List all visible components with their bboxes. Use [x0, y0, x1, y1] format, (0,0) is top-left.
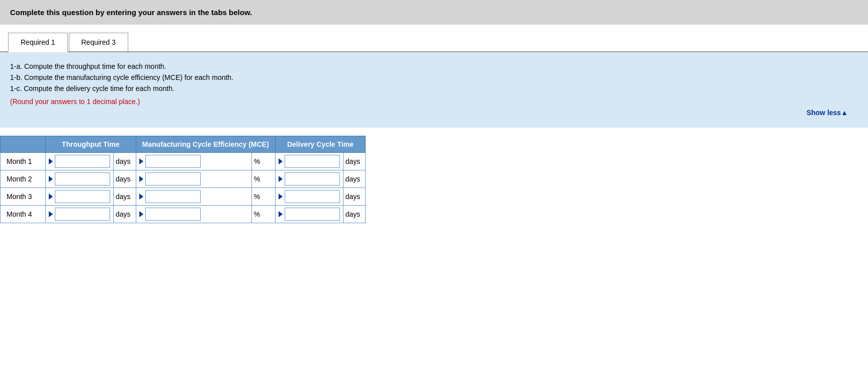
row-0-delivery-arrow-icon — [279, 158, 283, 164]
row-0-mce-input[interactable] — [145, 155, 201, 168]
row-2-throughput-input-cell — [46, 188, 114, 206]
row-2-delivery-input-cell — [275, 188, 343, 206]
row-2-mce-input-cell — [136, 188, 251, 206]
row-3-throughput-arrow-icon — [49, 211, 53, 217]
show-less-container: Show less▲ — [10, 109, 858, 121]
header-banner: Complete this question by entering your … — [0, 0, 868, 25]
row-2-delivery-unit: days — [343, 188, 366, 206]
row-3-delivery-input[interactable] — [285, 208, 340, 221]
header-instruction: Complete this question by entering your … — [10, 8, 252, 17]
row-0-delivery-input[interactable] — [285, 155, 340, 168]
row-1-mce-arrow-icon — [139, 176, 143, 182]
row-2-mce-arrow-icon — [139, 194, 143, 200]
table-row: Month 2days%days — [1, 170, 366, 188]
table-row: Month 3days%days — [1, 188, 366, 206]
row-1-delivery-arrow-icon — [279, 176, 283, 182]
row-3-mce-input-cell — [136, 206, 251, 223]
row-0-throughput-input-cell — [46, 153, 114, 170]
row-0-month-label: Month 1 — [1, 153, 46, 170]
round-note: (Round your answers to 1 decimal place.) — [10, 98, 858, 106]
instruction-line-1: 1-a. Compute the throughput time for eac… — [10, 62, 858, 70]
row-2-mce-unit: % — [251, 188, 275, 206]
row-3-mce-input[interactable] — [145, 208, 201, 221]
row-2-mce-input[interactable] — [145, 190, 201, 203]
row-0-throughput-input[interactable] — [55, 155, 110, 168]
row-3-delivery-input-cell — [275, 206, 343, 223]
row-0-delivery-input-cell — [275, 153, 343, 170]
row-2-delivery-arrow-icon — [279, 194, 283, 200]
row-1-delivery-input-cell — [275, 170, 343, 188]
row-3-delivery-arrow-icon — [279, 211, 283, 217]
tab-required1[interactable]: Required 1 — [8, 33, 68, 52]
row-2-throughput-arrow-icon — [49, 194, 53, 200]
table-header-row: Throughput Time Manufacturing Cycle Effi… — [1, 136, 366, 153]
row-3-throughput-input[interactable] — [55, 208, 110, 221]
tabs-container: Required 1 Required 3 — [0, 25, 868, 52]
row-1-throughput-input-cell — [46, 170, 114, 188]
row-3-mce-arrow-icon — [139, 211, 143, 217]
answers-table: Throughput Time Manufacturing Cycle Effi… — [0, 136, 366, 223]
instruction-line-3: 1-c. Compute the delivery cycle time for… — [10, 84, 858, 92]
row-2-delivery-input[interactable] — [285, 190, 340, 203]
instruction-line-2: 1-b. Compute the manufacturing cycle eff… — [10, 73, 858, 81]
row-0-mce-arrow-icon — [139, 158, 143, 164]
row-1-mce-input-cell — [136, 170, 251, 188]
col-header-delivery: Delivery Cycle Time — [275, 136, 366, 153]
col-header-throughput: Throughput Time — [46, 136, 136, 153]
row-1-delivery-input[interactable] — [285, 172, 340, 185]
row-3-mce-unit: % — [251, 206, 275, 223]
row-1-delivery-unit: days — [343, 170, 366, 188]
row-2-throughput-input[interactable] — [55, 190, 110, 203]
table-row: Month 1days%days — [1, 153, 366, 170]
row-2-throughput-unit: days — [114, 188, 136, 206]
table-section: Throughput Time Manufacturing Cycle Effi… — [0, 128, 868, 223]
col-header-month — [1, 136, 46, 153]
row-1-throughput-unit: days — [114, 170, 136, 188]
row-3-delivery-unit: days — [343, 206, 366, 223]
row-0-throughput-arrow-icon — [49, 158, 53, 164]
row-1-mce-input[interactable] — [145, 172, 201, 185]
row-1-throughput-input[interactable] — [55, 172, 110, 185]
table-row: Month 4days%days — [1, 206, 366, 223]
row-0-mce-unit: % — [251, 153, 275, 170]
tab-required3[interactable]: Required 3 — [69, 33, 129, 51]
row-0-throughput-unit: days — [114, 153, 136, 170]
row-3-throughput-input-cell — [46, 206, 114, 223]
row-1-month-label: Month 2 — [1, 170, 46, 188]
row-3-throughput-unit: days — [114, 206, 136, 223]
row-1-mce-unit: % — [251, 170, 275, 188]
row-0-mce-input-cell — [136, 153, 251, 170]
row-3-month-label: Month 4 — [1, 206, 46, 223]
row-1-throughput-arrow-icon — [49, 176, 53, 182]
show-less-link[interactable]: Show less▲ — [807, 109, 848, 117]
row-0-delivery-unit: days — [343, 153, 366, 170]
instructions-panel: 1-a. Compute the throughput time for eac… — [0, 52, 868, 128]
row-2-month-label: Month 3 — [1, 188, 46, 206]
col-header-mce: Manufacturing Cycle Efficiency (MCE) — [136, 136, 275, 153]
